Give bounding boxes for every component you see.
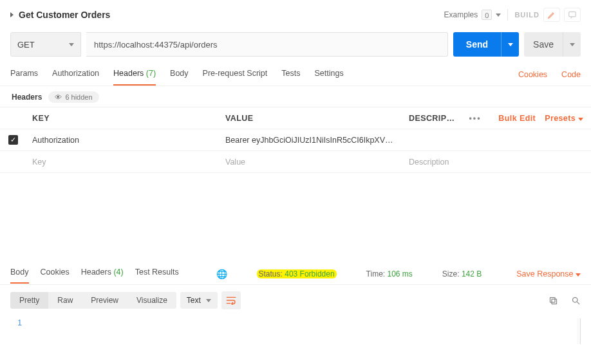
- tab-headers-label: Headers: [113, 69, 144, 78]
- chevron-down-icon: [69, 43, 74, 46]
- scrollbar[interactable]: [577, 318, 581, 344]
- time-label: Time:: [366, 269, 386, 278]
- row-checkbox[interactable]: ✓: [8, 135, 18, 145]
- examples-label: Examples: [444, 10, 478, 19]
- svg-rect-0: [569, 12, 576, 17]
- edit-icon-button[interactable]: [543, 8, 560, 22]
- tab-authorization[interactable]: Authorization: [52, 64, 99, 86]
- svg-line-4: [577, 302, 579, 304]
- headers-section-label: Headers: [12, 93, 42, 102]
- response-body[interactable]: [28, 318, 577, 344]
- code-link[interactable]: Code: [561, 70, 581, 79]
- time-meta: Time: 106 ms: [366, 269, 413, 278]
- view-pretty[interactable]: Pretty: [10, 292, 48, 309]
- bulk-edit-link[interactable]: Bulk Edit: [498, 114, 536, 123]
- col-description: DESCRIPTION: [402, 114, 462, 123]
- comments-icon-button[interactable]: [564, 8, 581, 22]
- header-desc-placeholder[interactable]: Description: [402, 158, 462, 167]
- status-label: Status:: [259, 269, 283, 278]
- comment-icon: [568, 10, 577, 19]
- response-tab-testresults[interactable]: Test Results: [135, 264, 179, 284]
- size-meta: Size: 142 B: [442, 269, 482, 278]
- chevron-down-icon: [570, 43, 575, 46]
- headers-table: KEY VALUE DESCRIPTION ••• Bulk Edit Pres…: [0, 107, 591, 173]
- url-input[interactable]: [86, 32, 448, 57]
- build-link[interactable]: BUILD: [514, 11, 539, 19]
- table-row: ✓ Authorization Bearer eyJhbGciOiJIUzI1N…: [0, 129, 591, 151]
- view-mode-segment: Pretty Raw Preview Visualize: [10, 292, 176, 309]
- pencil-icon: [547, 10, 556, 19]
- response-tab-headers[interactable]: Headers (4): [81, 264, 124, 284]
- header-value-placeholder[interactable]: Value: [219, 158, 402, 167]
- col-value: VALUE: [219, 114, 402, 123]
- save-response-dropdown[interactable]: Save Response: [516, 269, 581, 278]
- tab-headers[interactable]: Headers (7): [113, 64, 156, 86]
- status-value: 403 Forbidden: [285, 269, 334, 278]
- save-button[interactable]: Save: [524, 32, 563, 57]
- method-value: GET: [17, 40, 35, 50]
- send-button-label: Send: [466, 39, 488, 50]
- header-value-cell[interactable]: Bearer eyJhbGciOiJIUzI1NiIsInR5cCI6IkpXV…: [219, 136, 402, 145]
- tab-prerequest[interactable]: Pre-request Script: [203, 64, 268, 86]
- view-raw[interactable]: Raw: [48, 292, 82, 309]
- header-key-cell[interactable]: Authorization: [26, 136, 219, 145]
- expand-caret-icon[interactable]: [10, 12, 14, 17]
- hidden-headers-text: 6 hidden: [65, 93, 92, 101]
- size-value: 142 B: [462, 269, 482, 278]
- response-tab-cookies[interactable]: Cookies: [41, 264, 70, 284]
- view-preview[interactable]: Preview: [82, 292, 127, 309]
- wrap-icon: [226, 296, 236, 305]
- save-response-label: Save Response: [516, 269, 573, 278]
- tab-body[interactable]: Body: [170, 64, 189, 86]
- size-label: Size:: [442, 269, 460, 278]
- separator: [507, 9, 508, 21]
- search-icon[interactable]: [571, 296, 581, 305]
- save-button-label: Save: [533, 39, 554, 50]
- time-value: 106 ms: [388, 269, 413, 278]
- save-split-button[interactable]: [563, 32, 581, 57]
- cookies-link[interactable]: Cookies: [518, 70, 547, 79]
- col-key: KEY: [26, 114, 219, 123]
- method-select[interactable]: GET: [10, 32, 81, 57]
- view-visualize[interactable]: Visualize: [127, 292, 176, 309]
- line-number: 1: [10, 318, 28, 344]
- format-select[interactable]: Text: [180, 292, 218, 309]
- chevron-down-icon: [576, 273, 581, 277]
- status-meta: Status: 403 Forbidden: [257, 269, 337, 278]
- tab-settings[interactable]: Settings: [314, 64, 343, 86]
- response-tab-headers-count: (4): [113, 268, 123, 277]
- copy-icon[interactable]: [549, 296, 558, 305]
- tab-headers-count: (7): [146, 69, 156, 78]
- hidden-headers-toggle[interactable]: 👁 6 hidden: [48, 91, 98, 103]
- table-row: Key Value Description: [0, 151, 591, 173]
- presets-dropdown[interactable]: Presets: [545, 114, 583, 123]
- chevron-down-icon: [578, 118, 583, 121]
- header-key-placeholder[interactable]: Key: [26, 158, 219, 167]
- eye-icon: 👁: [55, 93, 62, 101]
- request-name: Get Customer Orders: [19, 10, 110, 20]
- tab-tests[interactable]: Tests: [281, 64, 300, 86]
- examples-count-badge: 0: [482, 10, 492, 20]
- tab-params[interactable]: Params: [10, 64, 38, 86]
- network-globe-icon[interactable]: 🌐: [216, 269, 227, 279]
- chevron-down-icon: [508, 43, 513, 46]
- wrap-lines-button[interactable]: [221, 291, 241, 309]
- chevron-down-icon: [496, 14, 501, 17]
- svg-point-3: [573, 297, 578, 302]
- send-split-button[interactable]: [501, 32, 519, 57]
- presets-label: Presets: [545, 114, 576, 123]
- format-value: Text: [187, 296, 201, 305]
- response-tab-body[interactable]: Body: [10, 264, 29, 284]
- send-button[interactable]: Send: [453, 32, 501, 57]
- svg-rect-2: [550, 297, 556, 302]
- response-tab-headers-label: Headers: [81, 268, 111, 277]
- column-options-button[interactable]: •••: [462, 114, 488, 123]
- chevron-down-icon: [206, 299, 211, 302]
- svg-rect-1: [552, 299, 557, 304]
- examples-dropdown[interactable]: Examples 0: [444, 10, 502, 20]
